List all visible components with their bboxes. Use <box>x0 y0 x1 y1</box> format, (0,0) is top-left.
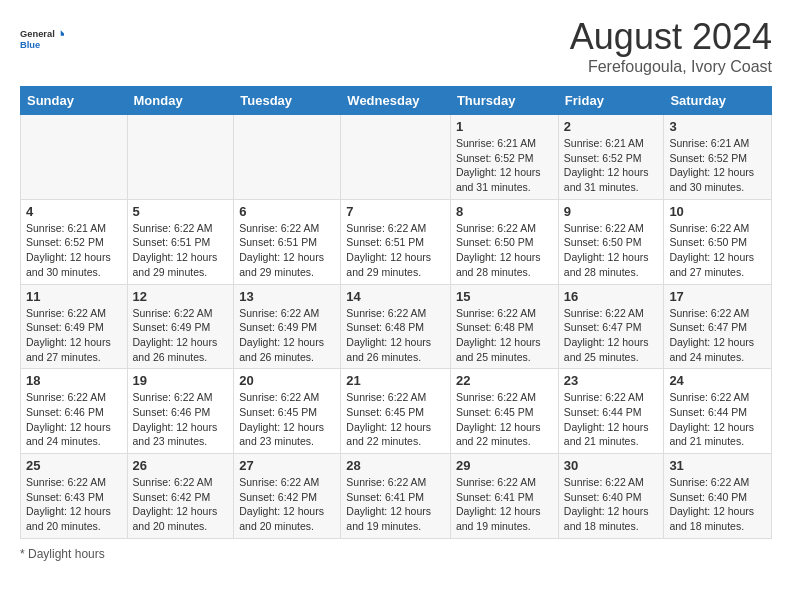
day-number: 30 <box>564 458 659 473</box>
day-cell: 9Sunrise: 6:22 AM Sunset: 6:50 PM Daylig… <box>558 199 664 284</box>
day-info: Sunrise: 6:22 AM Sunset: 6:50 PM Dayligh… <box>564 221 659 280</box>
day-cell <box>341 115 451 200</box>
col-header-tuesday: Tuesday <box>234 87 341 115</box>
day-info: Sunrise: 6:22 AM Sunset: 6:45 PM Dayligh… <box>456 390 553 449</box>
main-title: August 2024 <box>570 16 772 58</box>
day-number: 10 <box>669 204 766 219</box>
calendar-table: SundayMondayTuesdayWednesdayThursdayFrid… <box>20 86 772 539</box>
day-cell: 8Sunrise: 6:22 AM Sunset: 6:50 PM Daylig… <box>450 199 558 284</box>
day-cell: 15Sunrise: 6:22 AM Sunset: 6:48 PM Dayli… <box>450 284 558 369</box>
col-header-monday: Monday <box>127 87 234 115</box>
day-number: 5 <box>133 204 229 219</box>
subtitle: Ferefougoula, Ivory Coast <box>570 58 772 76</box>
col-header-saturday: Saturday <box>664 87 772 115</box>
day-info: Sunrise: 6:21 AM Sunset: 6:52 PM Dayligh… <box>564 136 659 195</box>
day-info: Sunrise: 6:22 AM Sunset: 6:47 PM Dayligh… <box>669 306 766 365</box>
day-info: Sunrise: 6:22 AM Sunset: 6:48 PM Dayligh… <box>456 306 553 365</box>
day-number: 31 <box>669 458 766 473</box>
col-header-thursday: Thursday <box>450 87 558 115</box>
day-number: 7 <box>346 204 445 219</box>
day-info: Sunrise: 6:22 AM Sunset: 6:48 PM Dayligh… <box>346 306 445 365</box>
footer-note-text: Daylight hours <box>28 547 105 561</box>
day-info: Sunrise: 6:22 AM Sunset: 6:49 PM Dayligh… <box>133 306 229 365</box>
day-cell: 7Sunrise: 6:22 AM Sunset: 6:51 PM Daylig… <box>341 199 451 284</box>
day-info: Sunrise: 6:22 AM Sunset: 6:47 PM Dayligh… <box>564 306 659 365</box>
day-info: Sunrise: 6:22 AM Sunset: 6:41 PM Dayligh… <box>346 475 445 534</box>
day-info: Sunrise: 6:22 AM Sunset: 6:45 PM Dayligh… <box>239 390 335 449</box>
week-row-2: 4Sunrise: 6:21 AM Sunset: 6:52 PM Daylig… <box>21 199 772 284</box>
day-info: Sunrise: 6:22 AM Sunset: 6:50 PM Dayligh… <box>669 221 766 280</box>
day-info: Sunrise: 6:22 AM Sunset: 6:49 PM Dayligh… <box>26 306 122 365</box>
day-number: 1 <box>456 119 553 134</box>
day-info: Sunrise: 6:22 AM Sunset: 6:51 PM Dayligh… <box>239 221 335 280</box>
day-cell: 27Sunrise: 6:22 AM Sunset: 6:42 PM Dayli… <box>234 454 341 539</box>
day-cell <box>234 115 341 200</box>
day-cell: 14Sunrise: 6:22 AM Sunset: 6:48 PM Dayli… <box>341 284 451 369</box>
day-cell <box>127 115 234 200</box>
day-info: Sunrise: 6:22 AM Sunset: 6:44 PM Dayligh… <box>564 390 659 449</box>
day-cell: 19Sunrise: 6:22 AM Sunset: 6:46 PM Dayli… <box>127 369 234 454</box>
day-info: Sunrise: 6:22 AM Sunset: 6:43 PM Dayligh… <box>26 475 122 534</box>
col-header-friday: Friday <box>558 87 664 115</box>
day-cell: 28Sunrise: 6:22 AM Sunset: 6:41 PM Dayli… <box>341 454 451 539</box>
day-number: 24 <box>669 373 766 388</box>
day-number: 6 <box>239 204 335 219</box>
day-cell: 21Sunrise: 6:22 AM Sunset: 6:45 PM Dayli… <box>341 369 451 454</box>
col-header-wednesday: Wednesday <box>341 87 451 115</box>
day-cell: 6Sunrise: 6:22 AM Sunset: 6:51 PM Daylig… <box>234 199 341 284</box>
day-info: Sunrise: 6:22 AM Sunset: 6:51 PM Dayligh… <box>346 221 445 280</box>
day-number: 16 <box>564 289 659 304</box>
day-info: Sunrise: 6:21 AM Sunset: 6:52 PM Dayligh… <box>26 221 122 280</box>
day-cell: 25Sunrise: 6:22 AM Sunset: 6:43 PM Dayli… <box>21 454 128 539</box>
page-header: General Blue August 2024 Ferefougoula, I… <box>20 16 772 76</box>
calendar-header-row: SundayMondayTuesdayWednesdayThursdayFrid… <box>21 87 772 115</box>
day-cell: 1Sunrise: 6:21 AM Sunset: 6:52 PM Daylig… <box>450 115 558 200</box>
day-cell: 5Sunrise: 6:22 AM Sunset: 6:51 PM Daylig… <box>127 199 234 284</box>
day-info: Sunrise: 6:22 AM Sunset: 6:46 PM Dayligh… <box>26 390 122 449</box>
day-cell: 20Sunrise: 6:22 AM Sunset: 6:45 PM Dayli… <box>234 369 341 454</box>
day-number: 9 <box>564 204 659 219</box>
day-cell: 31Sunrise: 6:22 AM Sunset: 6:40 PM Dayli… <box>664 454 772 539</box>
day-number: 17 <box>669 289 766 304</box>
day-cell: 22Sunrise: 6:22 AM Sunset: 6:45 PM Dayli… <box>450 369 558 454</box>
day-cell: 24Sunrise: 6:22 AM Sunset: 6:44 PM Dayli… <box>664 369 772 454</box>
day-number: 3 <box>669 119 766 134</box>
day-number: 20 <box>239 373 335 388</box>
svg-marker-2 <box>61 30 64 36</box>
day-info: Sunrise: 6:22 AM Sunset: 6:50 PM Dayligh… <box>456 221 553 280</box>
day-number: 4 <box>26 204 122 219</box>
day-info: Sunrise: 6:22 AM Sunset: 6:49 PM Dayligh… <box>239 306 335 365</box>
svg-text:General: General <box>20 29 55 39</box>
day-number: 29 <box>456 458 553 473</box>
day-cell: 10Sunrise: 6:22 AM Sunset: 6:50 PM Dayli… <box>664 199 772 284</box>
day-info: Sunrise: 6:22 AM Sunset: 6:46 PM Dayligh… <box>133 390 229 449</box>
day-number: 14 <box>346 289 445 304</box>
day-cell: 30Sunrise: 6:22 AM Sunset: 6:40 PM Dayli… <box>558 454 664 539</box>
day-info: Sunrise: 6:21 AM Sunset: 6:52 PM Dayligh… <box>669 136 766 195</box>
day-cell: 17Sunrise: 6:22 AM Sunset: 6:47 PM Dayli… <box>664 284 772 369</box>
title-block: August 2024 Ferefougoula, Ivory Coast <box>570 16 772 76</box>
day-number: 22 <box>456 373 553 388</box>
footer-note: * Daylight hours <box>20 547 772 561</box>
week-row-3: 11Sunrise: 6:22 AM Sunset: 6:49 PM Dayli… <box>21 284 772 369</box>
day-number: 28 <box>346 458 445 473</box>
day-number: 15 <box>456 289 553 304</box>
day-number: 19 <box>133 373 229 388</box>
day-cell <box>21 115 128 200</box>
day-cell: 16Sunrise: 6:22 AM Sunset: 6:47 PM Dayli… <box>558 284 664 369</box>
day-info: Sunrise: 6:22 AM Sunset: 6:41 PM Dayligh… <box>456 475 553 534</box>
day-cell: 4Sunrise: 6:21 AM Sunset: 6:52 PM Daylig… <box>21 199 128 284</box>
day-number: 11 <box>26 289 122 304</box>
svg-text:Blue: Blue <box>20 40 40 50</box>
day-number: 8 <box>456 204 553 219</box>
day-info: Sunrise: 6:21 AM Sunset: 6:52 PM Dayligh… <box>456 136 553 195</box>
day-number: 21 <box>346 373 445 388</box>
day-info: Sunrise: 6:22 AM Sunset: 6:45 PM Dayligh… <box>346 390 445 449</box>
day-cell: 18Sunrise: 6:22 AM Sunset: 6:46 PM Dayli… <box>21 369 128 454</box>
day-number: 26 <box>133 458 229 473</box>
day-cell: 13Sunrise: 6:22 AM Sunset: 6:49 PM Dayli… <box>234 284 341 369</box>
day-info: Sunrise: 6:22 AM Sunset: 6:42 PM Dayligh… <box>133 475 229 534</box>
day-cell: 11Sunrise: 6:22 AM Sunset: 6:49 PM Dayli… <box>21 284 128 369</box>
day-cell: 2Sunrise: 6:21 AM Sunset: 6:52 PM Daylig… <box>558 115 664 200</box>
day-number: 18 <box>26 373 122 388</box>
